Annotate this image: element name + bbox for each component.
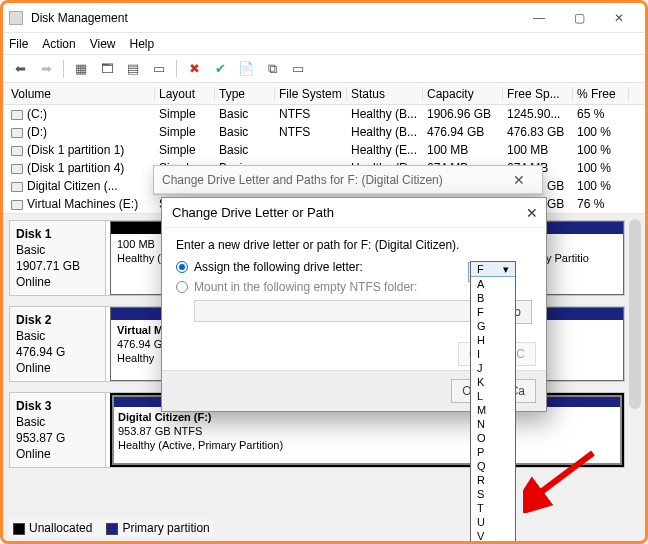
letter-option[interactable]: K bbox=[471, 375, 515, 389]
menu-help[interactable]: Help bbox=[130, 37, 155, 51]
table-row[interactable]: (C:)SimpleBasicNTFSHealthy (B...1906.96 … bbox=[3, 105, 645, 123]
mount-path-input[interactable] bbox=[194, 300, 485, 322]
grid-icon[interactable]: ▦ bbox=[70, 58, 92, 80]
check-icon[interactable]: ✔ bbox=[209, 58, 231, 80]
letter-option[interactable]: J bbox=[471, 361, 515, 375]
back-icon[interactable]: ⬅ bbox=[9, 58, 31, 80]
menu-view[interactable]: View bbox=[90, 37, 116, 51]
dialog-instruction: Enter a new drive letter or path for F: … bbox=[176, 238, 532, 252]
letter-option[interactable]: P bbox=[471, 445, 515, 459]
letter-option[interactable]: I bbox=[471, 347, 515, 361]
letter-option[interactable]: H bbox=[471, 333, 515, 347]
refresh-icon[interactable]: 🗔 bbox=[96, 58, 118, 80]
extra2-icon[interactable]: ▭ bbox=[287, 58, 309, 80]
swatch-primary bbox=[106, 523, 118, 535]
col-status[interactable]: Status bbox=[347, 87, 423, 101]
col-pct[interactable]: % Free bbox=[573, 87, 629, 101]
letter-option[interactable]: F▾ bbox=[471, 262, 515, 277]
props-icon[interactable]: ▭ bbox=[148, 58, 170, 80]
letter-option[interactable]: T bbox=[471, 501, 515, 515]
maximize-button[interactable]: ▢ bbox=[559, 4, 599, 32]
forward-icon[interactable]: ➡ bbox=[35, 58, 57, 80]
letter-option[interactable]: M bbox=[471, 403, 515, 417]
col-capacity[interactable]: Capacity bbox=[423, 87, 503, 101]
disk-2-info: Disk 2 Basic 476.94 G Online bbox=[10, 307, 106, 381]
extra-icon[interactable]: ⧉ bbox=[261, 58, 283, 80]
toolbar: ⬅ ➡ ▦ 🗔 ▤ ▭ ✖ ✔ 📄 ⧉ ▭ bbox=[3, 55, 645, 83]
radio-mount-dot[interactable] bbox=[176, 281, 188, 293]
letter-option[interactable]: L bbox=[471, 389, 515, 403]
dialog-outer: Change Drive Letter and Paths for F: (Di… bbox=[153, 165, 543, 195]
letter-option[interactable]: G bbox=[471, 319, 515, 333]
letter-option[interactable]: R bbox=[471, 473, 515, 487]
col-layout[interactable]: Layout bbox=[155, 87, 215, 101]
menu-action[interactable]: Action bbox=[42, 37, 75, 51]
letter-option[interactable]: A bbox=[471, 277, 515, 291]
letter-option[interactable]: N bbox=[471, 417, 515, 431]
menu-file[interactable]: File bbox=[9, 37, 28, 51]
volume-header[interactable]: Volume Layout Type File System Status Ca… bbox=[3, 83, 645, 105]
swatch-unallocated bbox=[13, 523, 25, 535]
letter-option[interactable]: O bbox=[471, 431, 515, 445]
disk-1-info: Disk 1 Basic 1907.71 GB Online bbox=[10, 221, 106, 295]
letter-option[interactable]: V bbox=[471, 529, 515, 543]
dialog-title: Change Drive Letter or Path bbox=[172, 205, 334, 220]
letter-option[interactable]: B bbox=[471, 291, 515, 305]
letter-option[interactable]: Q bbox=[471, 459, 515, 473]
disk-1-name: Disk 1 bbox=[16, 227, 99, 241]
menubar: File Action View Help bbox=[3, 33, 645, 55]
table-row[interactable]: (D:)SimpleBasicNTFSHealthy (B...476.94 G… bbox=[3, 123, 645, 141]
col-free[interactable]: Free Sp... bbox=[503, 87, 573, 101]
dialog-outer-title: Change Drive Letter and Paths for F: (Di… bbox=[162, 173, 504, 187]
minimize-button[interactable]: — bbox=[519, 4, 559, 32]
scrollbar[interactable] bbox=[629, 219, 641, 409]
chevron-down-icon: ▾ bbox=[503, 262, 509, 276]
window-title: Disk Management bbox=[27, 11, 519, 25]
drive-letter-dropdown[interactable]: F▾ABFGHIJKLMNOPQRSTUVWXYZ bbox=[470, 261, 516, 544]
disk-3-info: Disk 3 Basic 953.87 G Online bbox=[10, 393, 106, 467]
close-button[interactable]: ✕ bbox=[599, 4, 639, 32]
delete-icon[interactable]: ✖ bbox=[183, 58, 205, 80]
app-icon bbox=[9, 11, 23, 25]
col-fs[interactable]: File System bbox=[275, 87, 347, 101]
legend: Unallocated Primary partition bbox=[9, 519, 214, 537]
radio-assign-dot[interactable] bbox=[176, 261, 188, 273]
titlebar: Disk Management — ▢ ✕ bbox=[3, 3, 645, 33]
dialog-close[interactable]: ✕ bbox=[526, 205, 538, 221]
letter-option[interactable]: U bbox=[471, 515, 515, 529]
note-icon[interactable]: 📄 bbox=[235, 58, 257, 80]
col-type[interactable]: Type bbox=[215, 87, 275, 101]
letter-option[interactable]: F bbox=[471, 305, 515, 319]
table-row[interactable]: (Disk 1 partition 1)SimpleBasicHealthy (… bbox=[3, 141, 645, 159]
col-volume[interactable]: Volume bbox=[7, 87, 155, 101]
dialog-outer-close[interactable]: ✕ bbox=[504, 172, 534, 188]
list-icon[interactable]: ▤ bbox=[122, 58, 144, 80]
letter-option[interactable]: S bbox=[471, 487, 515, 501]
